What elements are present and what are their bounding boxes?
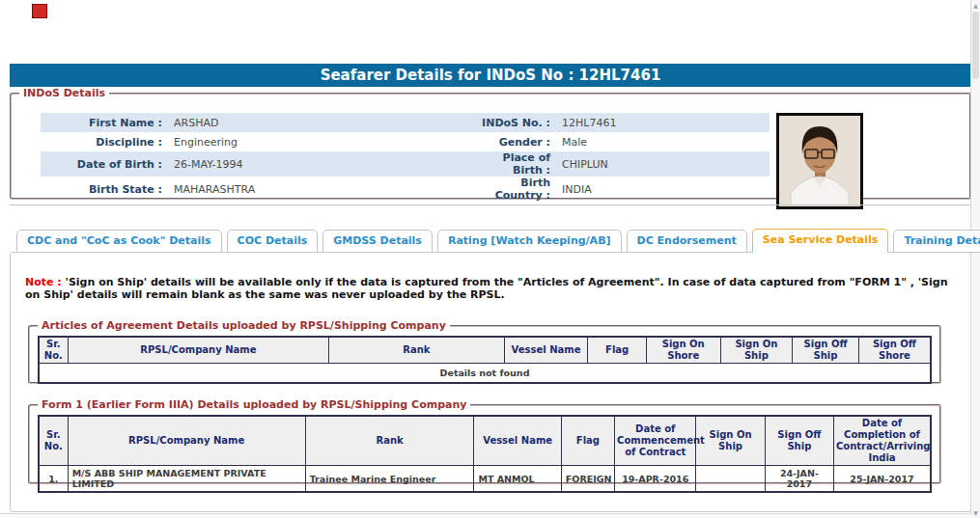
form1-details-table: Sr. No. RPSL/Company Name Rank Vessel Na… [38,415,932,493]
field-value-birth-country: INDIA [556,177,770,202]
field-value-first-name: ARSHAD [168,113,465,132]
field-value-discipline: Engineering [168,132,465,151]
cell-rank: Trainee Marine Engineer [305,466,474,493]
col-header-date-of-commencement: Date of Commencement of Contract [615,416,696,466]
form1-details-legend: Form 1 (Earlier Form IIIA) Details uploa… [38,398,470,411]
indos-details-table: First Name : ARSHAD INDoS No. : 12HL7461… [41,113,770,202]
cell-vessel: MT ANMOL [474,466,561,493]
col-header-flag: Flag [588,337,647,364]
field-label-birth-country: Birth Country : [465,177,556,202]
field-label-birth-state: Birth State : [41,177,168,202]
form1-details-fieldset: Form 1 (Earlier Form IIIA) Details uploa… [28,398,941,484]
field-label-gender: Gender : [465,132,556,151]
col-header-sr-no: Sr. No. [39,416,68,466]
indos-row: Discipline : Engineering Gender : Male [41,132,770,151]
tab-coc-details[interactable]: COC Details [227,230,319,253]
scroll-down-icon[interactable]: ▼ [971,507,980,518]
col-header-sr-no: Sr. No. [39,337,68,364]
col-header-rank: Rank [305,416,474,466]
field-label-indos-no: INDoS No. : [465,113,556,132]
empty-message: Details not found [39,364,931,384]
col-header-flag: Flag [561,416,614,466]
articles-of-agreement-fieldset: Articles of Agreement Details uploaded b… [28,319,941,384]
col-header-sign-on-ship: Sign On Ship [696,416,765,466]
col-header-date-of-completion: Date of Completion of Contract/Arriving … [834,416,931,466]
col-header-rank: Rank [329,337,505,364]
cell-completion-date: 25-JAN-2017 [834,466,931,493]
note-text: Note : 'Sign on Ship' details will be av… [25,277,955,302]
articles-of-agreement-legend: Articles of Agreement Details uploaded b… [38,319,450,332]
articles-of-agreement-table: Sr. No. RPSL/Company Name Rank Vessel Na… [38,336,932,384]
cell-commencement-date: 19-APR-2016 [615,466,696,493]
col-header-rpsl-company-name: RPSL/Company Name [68,337,328,364]
tab-bar: CDC and "CoC as Cook" Details COC Detail… [16,229,980,253]
note-label: Note : [25,276,62,288]
field-value-indos-no: 12HL7461 [556,113,770,132]
field-value-place-of-birth: CHIPLUN [556,151,770,177]
field-value-date-of-birth: 26-MAY-1994 [168,151,465,177]
col-header-vessel-name: Vessel Name [474,416,561,466]
field-value-birth-state: MAHARASHTRA [168,177,465,202]
cell-sign-on-ship [696,466,765,493]
page-title: Seafarer Details for INDoS No : 12HL7461 [10,64,971,87]
table-header-row: Sr. No. RPSL/Company Name Rank Vessel Na… [39,337,931,364]
table-row: 1. M/S ABB SHIP MANAGEMENT PRIVATE LIMIT… [39,466,931,493]
broken-image-marker [32,4,47,18]
tab-cdc-coc-as-cook-details[interactable]: CDC and "CoC as Cook" Details [16,230,222,253]
seafarer-photo [776,113,863,209]
col-header-sign-off-ship: Sign Off Ship [765,416,833,466]
col-header-sign-off-ship: Sign Off Ship [793,337,859,364]
field-value-gender: Male [556,132,770,151]
indos-row: Birth State : MAHARASHTRA Birth Country … [41,177,770,202]
field-label-place-of-birth: Place of Birth : [465,151,556,177]
col-header-sign-on-ship: Sign On Ship [720,337,793,364]
sea-service-tab-panel: Note : 'Sign on Ship' details will be av… [10,252,971,512]
tab-gmdss-details[interactable]: GMDSS Details [322,230,433,253]
col-header-sign-off-shore: Sign Off Shore [858,337,931,364]
section-divider [10,204,971,205]
scroll-up-icon[interactable]: ▲ [971,0,980,11]
cell-sr-no: 1. [39,466,68,493]
tab-rating-watch-keeping-ab[interactable]: Rating [Watch Keeping/AB] [437,230,622,253]
col-header-rpsl-company-name: RPSL/Company Name [68,416,305,466]
col-header-sign-on-shore: Sign On Shore [646,337,720,364]
table-row: Details not found [39,364,931,384]
cell-sign-off-ship: 24-JAN-2017 [765,466,833,493]
scrollbar-thumb[interactable] [972,12,979,79]
tab-dc-endorsement[interactable]: DC Endorsement [627,230,747,253]
horizontal-scrollbar[interactable] [0,513,971,518]
col-header-vessel-name: Vessel Name [504,337,588,364]
field-label-first-name: First Name : [41,113,168,132]
seafarer-photo-image [779,116,860,206]
tab-training-details[interactable]: Training Details [893,230,980,253]
table-header-row: Sr. No. RPSL/Company Name Rank Vessel Na… [39,416,931,466]
indos-details-fieldset: INDoS Details First Name : ARSHAD INDoS … [10,87,971,200]
indos-details-legend: INDoS Details [19,87,109,99]
cell-company: M/S ABB SHIP MANAGEMENT PRIVATE LIMITED [68,466,305,493]
field-label-date-of-birth: Date of Birth : [41,151,168,177]
cell-flag: FOREIGN [561,466,614,493]
note-body: 'Sign on Ship' details will be available… [25,276,947,301]
seafarer-details-page: Seafarer Details for INDoS No : 12HL7461… [0,0,980,518]
vertical-scrollbar[interactable]: ▲ ▼ [970,0,980,518]
indos-row: Date of Birth : 26-MAY-1994 Place of Bir… [41,151,770,177]
indos-row: First Name : ARSHAD INDoS No. : 12HL7461 [41,113,770,132]
tab-sea-service-details[interactable]: Sea Service Details [752,229,889,253]
field-label-discipline: Discipline : [41,132,168,151]
